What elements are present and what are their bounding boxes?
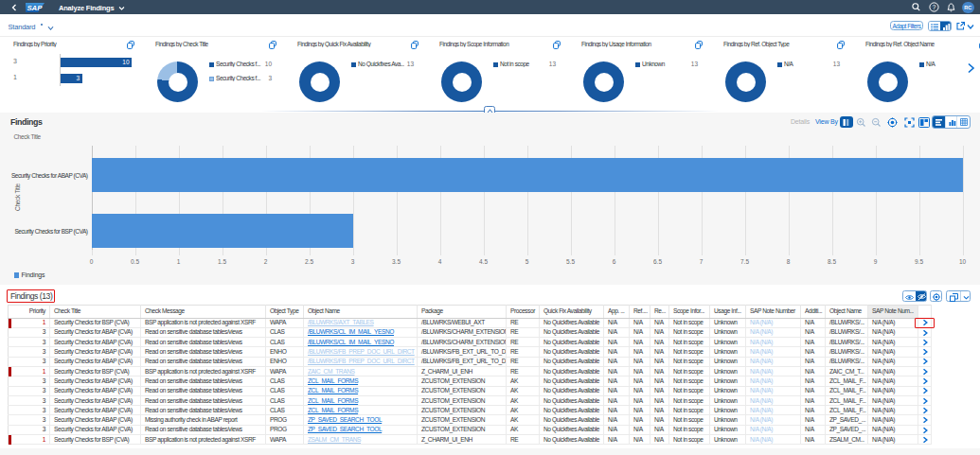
svg-text:?: ? bbox=[933, 4, 936, 10]
svg-text:SAP: SAP bbox=[27, 3, 43, 11]
